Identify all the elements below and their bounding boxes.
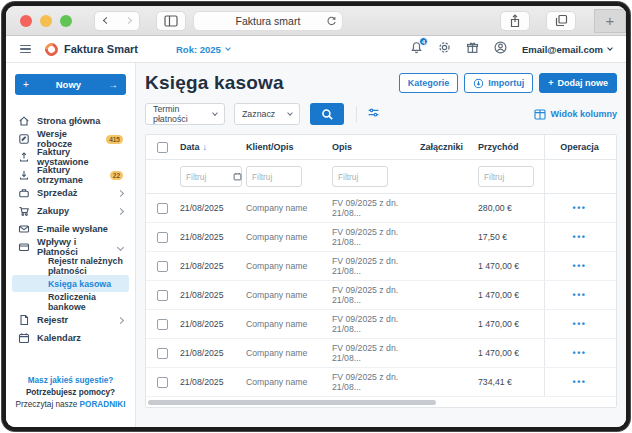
row-actions-button[interactable]: ••• bbox=[573, 377, 587, 387]
cell-client: Company name bbox=[246, 348, 332, 358]
col-desc[interactable]: Opis bbox=[332, 142, 420, 152]
row-checkbox[interactable] bbox=[157, 203, 168, 214]
horizontal-scrollbar[interactable] bbox=[146, 397, 616, 407]
refresh-icon[interactable] bbox=[326, 16, 337, 27]
sidebar-item-purchases[interactable]: Zakupy bbox=[6, 202, 135, 220]
row-actions-button[interactable]: ••• bbox=[573, 319, 587, 329]
guides-prefix: Przeczytaj nasze bbox=[15, 400, 79, 409]
col-attachments[interactable]: Załączniki bbox=[420, 142, 478, 152]
dropdown-label: Zaznacz bbox=[242, 109, 275, 119]
column-view-button[interactable]: Widok kolumny bbox=[534, 109, 617, 120]
import-button[interactable]: Importuj bbox=[464, 73, 533, 93]
year-selector[interactable]: Rok: 2025 bbox=[176, 44, 230, 55]
sidebar-toggle-button[interactable] bbox=[156, 11, 186, 31]
row-actions-button[interactable]: ••• bbox=[573, 348, 587, 358]
col-date[interactable]: Data↓ bbox=[180, 142, 246, 152]
cell-client: Company name bbox=[246, 377, 332, 387]
table-row[interactable]: 21/08/2025 Company name FV 09/2025 z dn.… bbox=[146, 281, 616, 310]
app-logo bbox=[42, 40, 60, 58]
row-actions-button[interactable]: ••• bbox=[573, 232, 587, 242]
cell-desc: FV 09/2025 z dn. 21/08... bbox=[332, 314, 420, 334]
cell-desc: FV 09/2025 z dn. 21/08... bbox=[332, 372, 420, 392]
table-row[interactable]: 21/08/2025 Company name FV 09/2025 z dn.… bbox=[146, 252, 616, 281]
row-checkbox[interactable] bbox=[157, 232, 168, 243]
new-tab-button[interactable]: + bbox=[594, 9, 626, 33]
menu-icon[interactable] bbox=[20, 45, 31, 53]
cell-amount: 1 470,00 € bbox=[478, 261, 544, 271]
sidebar-item-calendar[interactable]: Kalendarz bbox=[6, 329, 135, 347]
row-checkbox[interactable] bbox=[157, 261, 168, 272]
rewards-button[interactable] bbox=[466, 40, 479, 58]
sidebar-item-sales[interactable]: Sprzedaż bbox=[6, 184, 135, 202]
sidebar-item-register[interactable]: Rejestr bbox=[6, 311, 135, 329]
cell-date: 21/08/2025 bbox=[180, 290, 246, 300]
close-button[interactable] bbox=[20, 15, 32, 27]
forward-button[interactable] bbox=[117, 12, 139, 30]
row-checkbox[interactable] bbox=[157, 377, 168, 388]
sidebar-item-invoices-received[interactable]: Faktury otrzymane 22 bbox=[6, 166, 135, 184]
page-title: Księga kasowa bbox=[145, 72, 284, 94]
table-row[interactable]: 21/08/2025 Company name FV 09/2025 z dn.… bbox=[146, 194, 616, 223]
col-income[interactable]: Przychód bbox=[478, 142, 544, 152]
history-nav bbox=[94, 11, 140, 31]
client-filter-input[interactable] bbox=[246, 166, 302, 187]
document-icon bbox=[18, 314, 30, 326]
select-all-checkbox[interactable] bbox=[157, 142, 168, 153]
suggestions-link[interactable]: Masz jakieś sugestie? bbox=[6, 375, 135, 387]
row-checkbox[interactable] bbox=[157, 290, 168, 301]
sidebar-item-emails-sent[interactable]: E-maile wysłane bbox=[6, 220, 135, 238]
cell-date: 21/08/2025 bbox=[180, 203, 246, 213]
upload-icon bbox=[18, 151, 30, 163]
draft-icon bbox=[18, 133, 30, 145]
main-content: Księga kasowa Kategorie Importuj + Dodaj… bbox=[136, 63, 626, 427]
filter-toolbar: Termin płatności Zaznacz Widok kolumny bbox=[145, 103, 617, 125]
cell-amount: 1 470,00 € bbox=[478, 348, 544, 358]
sidebar-subitem-cash-book[interactable]: Księga kasowa bbox=[12, 275, 129, 292]
profile-button[interactable] bbox=[494, 40, 507, 58]
row-checkbox[interactable] bbox=[157, 319, 168, 330]
sidebar-footer: Masz jakieś sugestie? Potrzebujesz pomoc… bbox=[6, 375, 135, 411]
guides-link[interactable]: PORADNIKI bbox=[80, 400, 126, 409]
account-menu[interactable]: Email@email.com bbox=[522, 44, 612, 55]
row-actions-button[interactable]: ••• bbox=[573, 261, 587, 271]
desc-filter-input[interactable] bbox=[332, 166, 388, 187]
table-row[interactable]: 21/08/2025 Company name FV 09/2025 z dn.… bbox=[146, 223, 616, 252]
table-row[interactable]: 21/08/2025 Company name FV 09/2025 z dn.… bbox=[146, 310, 616, 339]
sidebar-item-payments[interactable]: Wpływy i Płatności bbox=[6, 238, 135, 256]
settings-button[interactable] bbox=[438, 40, 451, 58]
payment-term-dropdown[interactable]: Termin płatności bbox=[145, 103, 225, 125]
table-row[interactable]: 21/08/2025 Company name FV 09/2025 z dn.… bbox=[146, 368, 616, 397]
row-checkbox[interactable] bbox=[157, 348, 168, 359]
table-row[interactable]: 21/08/2025 Company name FV 09/2025 z dn.… bbox=[146, 339, 616, 368]
row-actions-button[interactable]: ••• bbox=[573, 203, 587, 213]
sidebar-item-drafts[interactable]: Wersje robocze 415 bbox=[6, 130, 135, 148]
sidebar-subitem-bank-settlements[interactable]: Rozliczenia bankowe bbox=[12, 293, 129, 310]
back-button[interactable] bbox=[95, 12, 117, 30]
tab-overview-button[interactable] bbox=[546, 11, 576, 31]
income-filter-input[interactable] bbox=[478, 166, 534, 187]
new-document-button[interactable]: + Nowy → bbox=[15, 74, 126, 95]
new-tab-plus: + bbox=[606, 12, 615, 29]
col-client[interactable]: Klient/Opis bbox=[246, 142, 332, 152]
scrollbar-thumb[interactable] bbox=[148, 400, 436, 405]
sidebar-subitem-due-payments[interactable]: Rejestr należnych płatności bbox=[12, 257, 129, 274]
briefcase-icon bbox=[18, 187, 30, 199]
advanced-filters-button[interactable] bbox=[367, 105, 380, 123]
zoom-button[interactable] bbox=[60, 15, 72, 27]
gear-icon bbox=[438, 41, 451, 54]
sidebar-item-invoices-issued[interactable]: Faktury wystawione bbox=[6, 148, 135, 166]
select-dropdown[interactable]: Zaznacz bbox=[234, 103, 300, 125]
notifications-button[interactable]: 4 bbox=[410, 40, 423, 58]
cell-date: 21/08/2025 bbox=[180, 377, 246, 387]
search-button[interactable] bbox=[310, 103, 344, 125]
share-button[interactable] bbox=[500, 11, 530, 31]
address-bar[interactable]: Faktura smart bbox=[193, 11, 343, 31]
cell-client: Company name bbox=[246, 261, 332, 271]
add-new-button[interactable]: + Dodaj nowe bbox=[539, 73, 617, 93]
sidebar-item-home[interactable]: Strona główna bbox=[6, 112, 135, 130]
row-actions-button[interactable]: ••• bbox=[573, 290, 587, 300]
categories-button[interactable]: Kategorie bbox=[399, 73, 459, 93]
window-controls bbox=[20, 15, 72, 27]
search-icon bbox=[321, 108, 334, 121]
minimize-button[interactable] bbox=[40, 15, 52, 27]
